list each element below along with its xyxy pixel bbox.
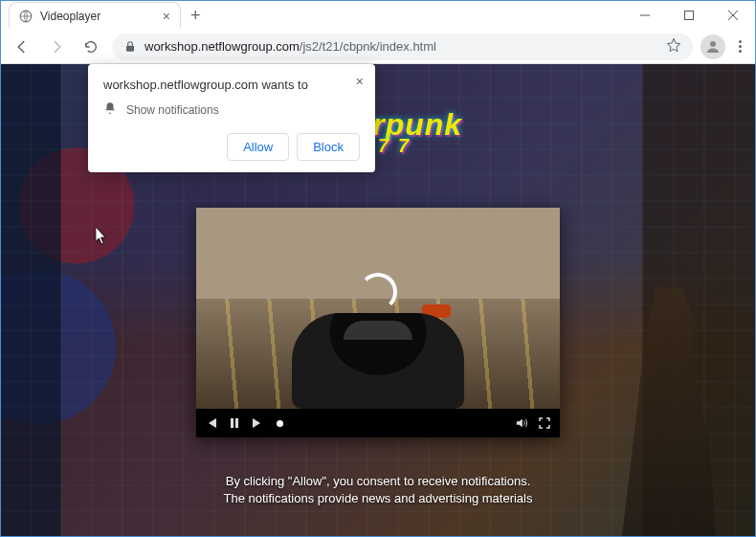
svg-point-6 (710, 41, 716, 47)
notification-origin-text: workshop.netflowgroup.com wants to (103, 78, 360, 92)
svg-rect-2 (685, 11, 694, 20)
lock-icon (123, 40, 137, 54)
minimize-button[interactable] (623, 1, 667, 30)
svg-rect-7 (231, 418, 233, 428)
fullscreen-icon[interactable] (539, 417, 550, 429)
next-track-icon[interactable] (252, 417, 263, 429)
video-controls (196, 409, 560, 437)
consent-text: By clicking "Allow", you consent to rece… (1, 473, 755, 507)
browser-menu-button[interactable] (733, 40, 747, 53)
notification-permission-popup: × workshop.netflowgroup.com wants to Sho… (88, 64, 375, 172)
video-scene-car (292, 313, 464, 409)
progress-thumb[interactable] (277, 420, 283, 427)
close-tab-icon[interactable]: × (163, 9, 170, 24)
block-button[interactable]: Block (297, 133, 360, 161)
svg-rect-5 (126, 45, 134, 51)
close-popup-icon[interactable]: × (356, 74, 364, 89)
browser-toolbar: workshop.netflowgroup.com/js2/t21/cbpnk/… (1, 30, 755, 64)
bookmark-star-icon[interactable] (666, 37, 681, 56)
notification-permission-label: Show notifications (126, 103, 219, 117)
allow-button[interactable]: Allow (227, 133, 289, 161)
browser-tab[interactable]: Videoplayer × (9, 2, 181, 29)
loading-spinner-icon (359, 273, 397, 311)
maximize-button[interactable] (667, 1, 711, 30)
bell-icon (103, 101, 117, 118)
forward-button[interactable] (43, 34, 70, 60)
window-titlebar: Videoplayer × + (1, 1, 755, 30)
profile-avatar[interactable] (700, 34, 725, 59)
video-frame[interactable] (196, 208, 560, 409)
address-bar[interactable]: workshop.netflowgroup.com/js2/t21/cbpnk/… (112, 34, 693, 60)
previous-track-icon[interactable] (206, 417, 217, 429)
svg-rect-8 (235, 418, 238, 428)
globe-icon (19, 10, 33, 23)
close-window-button[interactable] (711, 1, 755, 30)
reload-button[interactable] (78, 34, 104, 60)
pause-icon[interactable] (229, 417, 240, 429)
video-player[interactable] (196, 208, 560, 437)
mouse-cursor-icon (96, 227, 109, 250)
url-text: workshop.netflowgroup.com/js2/t21/cbpnk/… (145, 39, 436, 54)
volume-icon[interactable] (516, 417, 527, 429)
back-button[interactable] (9, 34, 35, 60)
tab-title: Videoplayer (40, 10, 100, 23)
new-tab-button[interactable]: + (190, 6, 201, 26)
